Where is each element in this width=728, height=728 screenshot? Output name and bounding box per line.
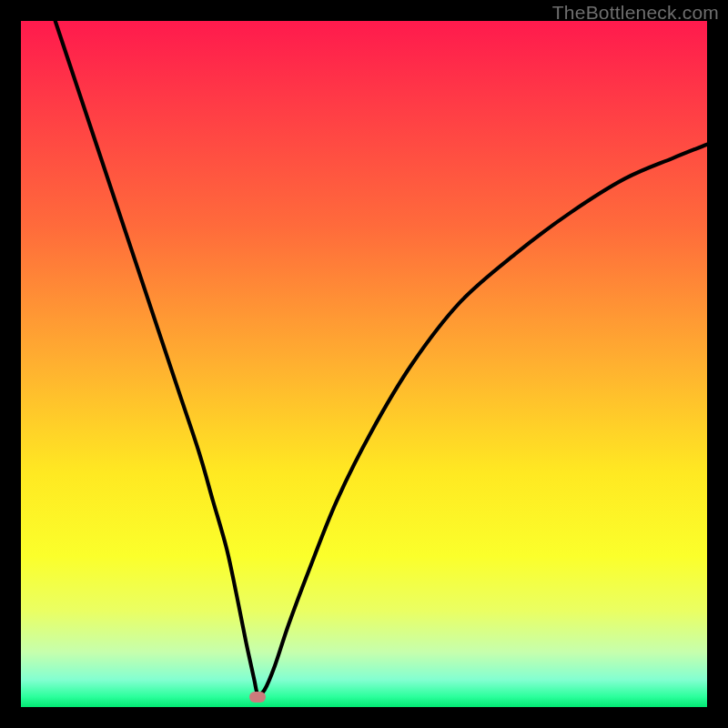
bottleneck-curve: [21, 21, 707, 707]
optimal-point-marker: [249, 692, 266, 703]
watermark-text: TheBottleneck.com: [552, 2, 719, 24]
chart-frame: TheBottleneck.com: [0, 0, 728, 728]
plot-area: [21, 21, 707, 707]
